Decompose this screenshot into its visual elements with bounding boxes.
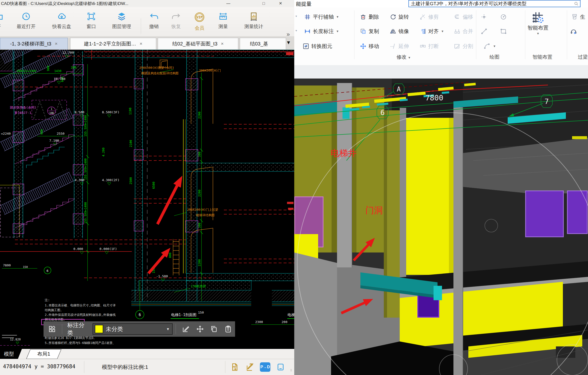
edit-icon[interactable] xyxy=(182,325,190,333)
break-button[interactable]: 打断 xyxy=(419,41,439,51)
vip-member-button[interactable]: VIP 会员 xyxy=(188,11,211,31)
parallel-axis-icon xyxy=(304,13,311,21)
tab-structure-03[interactable]: 结03_基 xyxy=(240,38,286,49)
draw-line-tool[interactable] xyxy=(480,26,488,36)
svg-text:12.700: 12.700 xyxy=(62,51,74,54)
tab-stair-detail[interactable]: -1, 3-2楼梯详图_t3× xyxy=(0,38,68,49)
smart-layout-button[interactable]: 智能布置 ▼ xyxy=(524,11,552,48)
svg-text:8.500: 8.500 xyxy=(75,110,84,114)
paste-icon[interactable] xyxy=(224,325,232,333)
split-button[interactable]: 分割 xyxy=(453,41,473,51)
display-mode-button[interactable] xyxy=(274,362,287,373)
chevron-down-icon[interactable]: ▾ xyxy=(295,29,297,32)
break-icon xyxy=(419,42,427,50)
svg-text:-1.500: -1.500 xyxy=(156,274,168,278)
offset-button[interactable]: 偏移 xyxy=(453,12,473,22)
minimize-button[interactable]: — xyxy=(223,0,233,6)
move-button[interactable]: 移动 xyxy=(359,41,379,51)
recent-open-button[interactable]: 最近打开 xyxy=(14,11,38,30)
circle-tool-icon xyxy=(500,13,507,21)
split-icon xyxy=(453,42,461,50)
merge-button[interactable]: 合并 xyxy=(453,26,473,36)
ribbon-tab-fragment[interactable]: 能提量 xyxy=(296,0,312,7)
search-icon[interactable] xyxy=(574,1,579,6)
redo-button[interactable]: 恢复 xyxy=(164,11,188,30)
model-viewport[interactable]: A 6 7 7800 电梯井 门洞 xyxy=(294,79,588,375)
svg-text:布局1: 布局1 xyxy=(37,351,50,357)
svg-text:1: 1 xyxy=(51,108,52,110)
svg-text:150: 150 xyxy=(198,311,204,314)
grid-icon xyxy=(48,325,56,333)
draw-point-tool[interactable] xyxy=(480,12,488,22)
pdf-to-dwg-button[interactable]: P→D xyxy=(259,362,272,373)
measure-stats-button[interactable]: 测量统计 xyxy=(240,11,267,30)
group-label-modify[interactable]: 修改 ▼ xyxy=(389,54,419,60)
classify-dropdown[interactable]: 未分类 ▼ xyxy=(93,323,173,335)
svg-text:12.820: 12.820 xyxy=(10,338,21,341)
draw-arc-tool[interactable]: ▼ xyxy=(483,41,496,51)
group-label-draw[interactable]: 绘图 xyxy=(483,54,506,60)
divider xyxy=(62,324,62,334)
resize-grip[interactable]: ⠿ xyxy=(290,369,293,372)
move-icon[interactable] xyxy=(196,325,204,333)
open-button[interactable]: 开 xyxy=(0,11,10,30)
tab-close-icon[interactable]: × xyxy=(55,41,57,46)
tab-foundation-plan[interactable]: 结02_基础平面图_t3× xyxy=(158,38,238,49)
svg-text:1.本图仅表示楼、电梯部分尺寸,结构图、柱尺寸详: 1.本图仅表示楼、电梯部分尺寸,结构图、柱尺寸详 xyxy=(45,303,116,307)
clock-icon xyxy=(21,11,31,21)
annotation-scale: 模型中的标注比例:1 xyxy=(102,364,148,371)
align-button[interactable]: 对齐▼ xyxy=(419,26,444,36)
label-door-opening: 门洞 xyxy=(365,205,383,215)
group-label-smart-layout[interactable]: 智能布置 xyxy=(528,54,557,60)
window-button[interactable]: 窗口 xyxy=(79,11,103,30)
tab-close-icon[interactable]: × xyxy=(221,41,224,46)
draw-rect-tool[interactable] xyxy=(500,26,507,36)
ruler-icon xyxy=(218,11,228,21)
close-button[interactable]: ✕ xyxy=(276,0,286,6)
svg-text:6500: 6500 xyxy=(152,182,155,189)
ribbon-lower-strip xyxy=(294,65,588,79)
move-icon xyxy=(359,42,367,50)
undo-button[interactable]: 撤销 xyxy=(142,11,166,30)
rotate-button[interactable]: 旋转 xyxy=(389,12,409,22)
export-pdf-button[interactable]: PDF xyxy=(228,362,241,373)
help-search-box[interactable] xyxy=(408,0,581,7)
layer-manager-button[interactable]: 图层管理 xyxy=(110,11,134,30)
copy-icon[interactable] xyxy=(210,325,218,333)
ribbon-separator xyxy=(476,10,476,59)
annotation-classify-bar: 标注分类 未分类 ▼ xyxy=(44,321,235,337)
parallel-aux-axis-button[interactable]: 平行辅轴▼ xyxy=(304,12,339,22)
cloud-drive-button[interactable]: 快看云盘 xyxy=(50,11,74,30)
tab-elevation-section[interactable]: 建1-1~2-2平立剖面图…× xyxy=(70,38,156,49)
draw-circle-tool[interactable] xyxy=(500,12,507,22)
chevron-down-icon[interactable]: ▾ xyxy=(295,14,297,18)
measure-button[interactable]: 测量 xyxy=(211,11,235,30)
delete-button[interactable]: 删除 xyxy=(359,12,379,22)
pdf-icon: PDF xyxy=(230,363,239,372)
extend-button[interactable]: 延伸 xyxy=(389,41,409,51)
svg-text:=2240: =2240 xyxy=(1,132,11,135)
maximize-button[interactable]: □ xyxy=(259,0,269,6)
ribbon-separator xyxy=(354,10,354,59)
support-headset-button[interactable] xyxy=(570,26,577,36)
convert-icon xyxy=(302,42,310,50)
pdf-markup-button[interactable]: PDF xyxy=(243,362,256,373)
layers-icon xyxy=(117,11,127,21)
svg-text:150: 150 xyxy=(23,265,28,269)
cad-viewer-window: CAD快速看图 - C:\Users\温义\Desktop\北疆绿都\6-1图纸… xyxy=(0,0,294,375)
cad-canvas[interactable]: 1 10B 踏步防滑条(余同) 参16BJ7-1 xyxy=(0,50,294,349)
undo-icon xyxy=(149,11,159,21)
trim-button[interactable]: 修剪 xyxy=(419,12,439,22)
length-dimension-button[interactable]: 长度标注▼ xyxy=(304,26,339,36)
tab-close-icon[interactable]: × xyxy=(140,41,142,46)
group-label-lintel[interactable]: 过梁 xyxy=(578,54,588,60)
generate-lintel-button[interactable]: 生 xyxy=(571,12,587,22)
search-input[interactable] xyxy=(410,1,571,7)
copy-button[interactable]: 复制 xyxy=(359,26,379,36)
mirror-button[interactable]: 镜像 xyxy=(389,26,409,36)
convert-element-button[interactable]: 转换图元 xyxy=(302,41,332,51)
rect-tool-icon xyxy=(500,28,507,35)
sheet-tabs: 模型 布局1 xyxy=(0,349,80,359)
offset-icon xyxy=(453,13,461,21)
tab-list-dropdown[interactable]: ▼ xyxy=(286,40,291,45)
